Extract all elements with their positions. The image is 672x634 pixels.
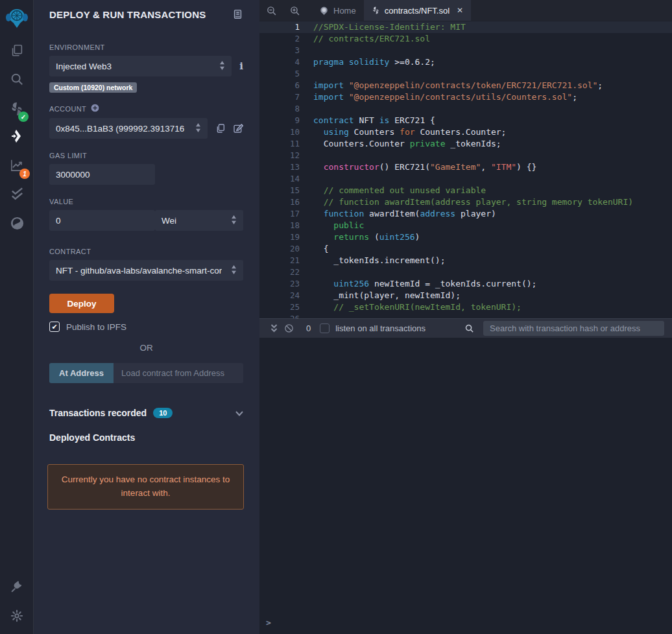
pending-tx-count: 0 xyxy=(306,323,311,333)
contract-select[interactable]: NFT - github/ava-labs/avalanche-smart-co… xyxy=(49,260,243,281)
line-number: 22 xyxy=(259,266,300,278)
line-number: 14 xyxy=(259,173,300,185)
analytics-count-badge: 1 xyxy=(19,169,30,179)
environment-value: Injected Web3 xyxy=(56,62,112,71)
deploy-button[interactable]: Deploy xyxy=(49,294,114,313)
code-line: 11 Counters.Counter private _tokenIds; xyxy=(259,138,672,150)
listen-transactions-label: listen on all transactions xyxy=(335,323,426,333)
file-explorer-icon[interactable] xyxy=(0,40,34,61)
file-tab-label: contracts/NFT.sol xyxy=(385,6,450,16)
code-line: 8 xyxy=(259,103,672,115)
code-line: 13 constructor() ERC721("GameItem", "ITM… xyxy=(259,161,672,173)
at-address-button[interactable]: At Address xyxy=(49,363,114,383)
publish-ipfs-checkbox[interactable]: ✔ xyxy=(49,322,60,332)
line-number: 17 xyxy=(259,208,300,220)
clear-console-icon[interactable] xyxy=(280,323,297,333)
gas-limit-input[interactable] xyxy=(49,164,155,185)
environment-label: ENVIRONMENT xyxy=(49,43,243,51)
terminal-body[interactable]: > xyxy=(259,338,672,634)
deployed-contracts-label: Deployed Contracts xyxy=(49,432,243,443)
deploy-run-icon[interactable] xyxy=(0,126,34,147)
line-number: 4 xyxy=(259,56,300,68)
copy-account-icon[interactable] xyxy=(215,123,226,134)
transactions-recorded-label: Transactions recorded xyxy=(49,408,147,418)
line-number: 6 xyxy=(259,80,300,91)
line-number: 20 xyxy=(259,243,300,255)
code-line: 17 function awardItem(address player) xyxy=(259,208,672,220)
line-number: 12 xyxy=(259,150,300,161)
gas-limit-label: GAS LIMIT xyxy=(49,152,243,159)
code-line: 2// contracts/ERC721.sol xyxy=(259,33,672,45)
sign-message-icon[interactable] xyxy=(233,123,243,134)
line-number: 8 xyxy=(259,103,300,115)
line-number: 5 xyxy=(259,68,300,80)
line-number: 10 xyxy=(259,126,300,138)
listen-transactions-checkbox[interactable] xyxy=(320,323,330,333)
plugin-manager-icon[interactable] xyxy=(0,576,34,597)
expand-terminal-icon[interactable] xyxy=(267,323,280,333)
account-value: 0x845...B1aB3 (999992.3913716 xyxy=(56,124,184,134)
code-line: 7import "@openzeppelin/contracts/utils/C… xyxy=(259,91,672,103)
load-contract-address-input[interactable] xyxy=(114,363,243,383)
zoom-out-icon[interactable] xyxy=(259,0,283,21)
compiler-success-badge: ✓ xyxy=(18,112,29,122)
environment-info-icon[interactable]: i xyxy=(239,60,243,72)
line-number: 19 xyxy=(259,231,300,243)
line-number: 2 xyxy=(259,33,300,45)
code-line: 4pragma solidity >=0.6.2; xyxy=(259,56,672,68)
line-number: 9 xyxy=(259,115,300,126)
line-number: 25 xyxy=(259,301,300,313)
code-editor[interactable]: 1//SPDX-License-Identifier: MIT2// contr… xyxy=(259,21,672,318)
search-icon[interactable] xyxy=(0,69,34,89)
close-tab-icon[interactable]: ✕ xyxy=(457,6,463,15)
remix-ide-window: ✓ 1 xyxy=(0,0,672,634)
code-line: 12 xyxy=(259,150,672,161)
plugin-circle-icon[interactable] xyxy=(0,213,34,233)
zoom-in-icon[interactable] xyxy=(283,0,306,21)
add-account-icon[interactable] xyxy=(91,104,99,113)
no-instances-alert: Currently you have no contract instances… xyxy=(47,464,244,510)
line-number: 23 xyxy=(259,278,300,290)
terminal-prompt: > xyxy=(266,618,271,628)
unit-testing-icon[interactable] xyxy=(0,183,34,204)
solidity-file-icon xyxy=(372,6,380,15)
terminal-search-input[interactable] xyxy=(483,321,664,336)
code-line: 10 using Counters for Counters.Counter; xyxy=(259,126,672,138)
code-line: 26 xyxy=(259,313,672,318)
terminal-bar: 0 listen on all transactions xyxy=(259,318,672,338)
account-select[interactable]: 0x845...B1aB3 (999992.3913716 xyxy=(49,118,208,139)
line-number: 13 xyxy=(259,161,300,173)
home-tab-label: Home xyxy=(333,6,356,16)
line-number: 11 xyxy=(259,138,300,150)
or-divider: OR xyxy=(49,343,243,353)
deploy-run-panel: DEPLOY & RUN TRANSACTIONS ENVIRONMENT In… xyxy=(34,0,259,634)
settings-gear-icon[interactable] xyxy=(0,605,34,626)
line-number: 18 xyxy=(259,220,300,231)
contract-value: NFT - github/ava-labs/avalanche-smart-co… xyxy=(56,266,222,276)
line-number: 1 xyxy=(259,21,300,33)
line-number: 26 xyxy=(259,313,300,318)
transactions-count-badge: 10 xyxy=(153,408,173,418)
code-line: 14 xyxy=(259,173,672,185)
panel-title: DEPLOY & RUN TRANSACTIONS xyxy=(49,9,206,20)
code-line: 20 { xyxy=(259,243,672,255)
value-unit-select[interactable]: Wei xyxy=(155,210,243,231)
icon-rail: ✓ 1 xyxy=(0,0,34,634)
value-label: VALUE xyxy=(49,198,243,205)
select-arrows-icon xyxy=(231,265,237,276)
analytics-icon[interactable]: 1 xyxy=(0,154,34,175)
remix-logo-icon[interactable] xyxy=(0,4,34,32)
solidity-compiler-icon[interactable]: ✓ xyxy=(0,99,34,119)
account-label-row: ACCOUNT xyxy=(49,104,243,113)
docs-icon[interactable] xyxy=(232,8,243,20)
environment-select[interactable]: Injected Web3 xyxy=(49,56,232,76)
line-number: 24 xyxy=(259,290,300,301)
code-line: 16 // function awardItem(address player,… xyxy=(259,196,672,208)
select-arrows-icon xyxy=(231,215,237,226)
tab-home[interactable]: Home xyxy=(311,0,364,21)
value-input[interactable] xyxy=(49,210,155,231)
tab-nft-sol[interactable]: contracts/NFT.sol ✕ xyxy=(364,0,471,21)
chevron-down-icon[interactable] xyxy=(235,407,243,419)
select-arrows-icon xyxy=(195,123,201,134)
code-lines: 1//SPDX-License-Identifier: MIT2// contr… xyxy=(259,21,672,318)
